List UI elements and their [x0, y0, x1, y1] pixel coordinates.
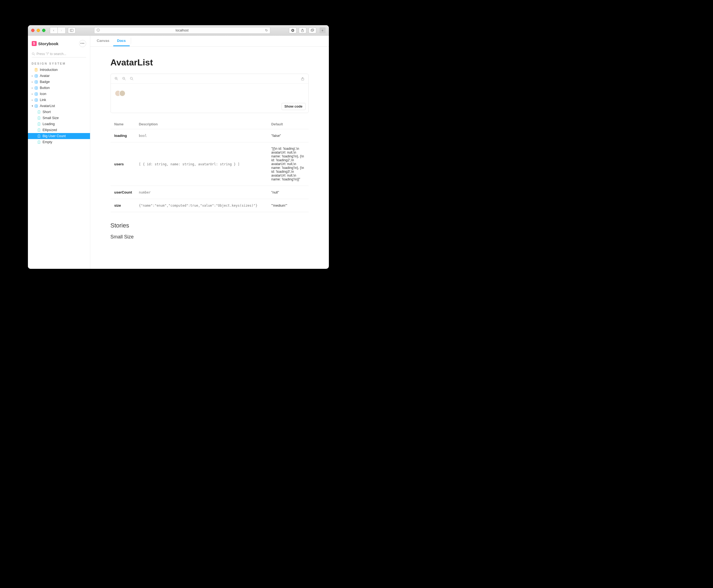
share-button[interactable]: [299, 27, 306, 34]
preview-toolbar: [111, 74, 308, 84]
window-close-button[interactable]: [31, 29, 35, 32]
nav-story-empty[interactable]: Empty: [28, 139, 90, 145]
caret-icon: ▸: [32, 99, 34, 101]
logo-badge-icon: S: [32, 41, 37, 46]
svg-rect-6: [311, 29, 313, 31]
story-icon: [37, 122, 41, 126]
site-info-icon: i: [96, 28, 100, 32]
zoom-in-icon[interactable]: [115, 77, 118, 81]
nav-story-small-size[interactable]: Small Size: [28, 115, 90, 121]
caret-icon: ▸: [32, 81, 34, 83]
story-icon: [37, 140, 41, 144]
story-icon: [37, 134, 41, 138]
brand-text: Storybook: [38, 41, 59, 46]
nav-story-big-user-count[interactable]: Big User Count: [28, 133, 90, 139]
component-icon: [35, 74, 38, 78]
window-maximize-button[interactable]: [42, 29, 45, 32]
new-tab-button[interactable]: +: [320, 27, 326, 34]
stories-heading: Stories: [110, 222, 309, 229]
sidebar-menu-button[interactable]: •••: [79, 40, 86, 47]
svg-point-39: [130, 77, 132, 79]
preview-footer: Show code: [111, 101, 308, 113]
search-placeholder: Press "/" to search...: [37, 52, 66, 56]
svg-rect-0: [70, 29, 73, 31]
preview-body: [111, 84, 308, 101]
component-icon: [35, 92, 38, 96]
search-input[interactable]: Press "/" to search...: [32, 50, 86, 58]
avatar: [119, 90, 126, 97]
zoom-out-icon[interactable]: [122, 77, 126, 81]
caret-icon: ▸: [32, 92, 34, 95]
props-table: Name Description Default loading bool "f…: [110, 120, 309, 212]
storybook-app: S Storybook ••• Press "/" to search... D…: [28, 36, 329, 269]
col-default: Default: [267, 120, 309, 129]
logo: S Storybook: [32, 41, 59, 46]
component-icon: [35, 80, 38, 84]
caret-down-icon: ▾: [32, 105, 34, 107]
open-in-new-icon[interactable]: [301, 77, 304, 81]
nav-item-badge[interactable]: ▸ Badge: [28, 79, 90, 85]
nav-tree: Introduction ▸ Avatar ▸ Badge ▸ Button: [28, 67, 90, 145]
story-icon: [37, 128, 41, 132]
downloads-button[interactable]: [289, 27, 297, 34]
window-minimize-button[interactable]: [37, 29, 40, 32]
col-description: Description: [135, 120, 267, 129]
story-icon: [37, 110, 41, 114]
component-icon: [35, 98, 38, 102]
svg-point-8: [32, 52, 34, 55]
nav-item-icon[interactable]: ▸ Icon: [28, 91, 90, 97]
toolbar-right: +: [289, 27, 326, 34]
tab-separator: [131, 38, 131, 44]
avatar-list-preview: [115, 90, 126, 97]
table-header-row: Name Description Default: [110, 120, 309, 129]
reload-icon[interactable]: ↻: [265, 28, 268, 32]
address-text: localhost: [176, 28, 189, 32]
caret-icon: ▸: [32, 86, 34, 89]
tabs-button[interactable]: [309, 27, 316, 34]
browser-toolbar: ‹ › i localhost ↻ +: [28, 25, 329, 36]
table-row: users [ { id: string, name: string, avat…: [110, 142, 309, 186]
nav-story-loading[interactable]: Loading: [28, 121, 90, 127]
forward-button[interactable]: ›: [58, 27, 65, 34]
nav-item-avatarlist[interactable]: ▾ AvatarList: [28, 103, 90, 109]
preview-card: Show code: [110, 74, 309, 113]
nav-item-button[interactable]: ▸ Button: [28, 85, 90, 91]
tab-canvas[interactable]: Canvas: [93, 36, 113, 46]
zoom-reset-icon[interactable]: [130, 77, 134, 81]
view-tabs: Canvas Docs: [90, 36, 329, 46]
page-title: AvatarList: [110, 58, 309, 68]
main-panel: Canvas Docs AvatarList: [90, 36, 329, 269]
story-icon: [37, 116, 41, 120]
caret-icon: ▸: [32, 75, 34, 77]
story-heading-small-size: Small Size: [110, 234, 309, 240]
col-name: Name: [110, 120, 135, 129]
tab-docs[interactable]: Docs: [113, 36, 130, 46]
nav-item-introduction[interactable]: Introduction: [28, 67, 90, 73]
svg-rect-7: [311, 29, 314, 31]
svg-text:i: i: [98, 29, 99, 31]
table-row: userCount number "null": [110, 186, 309, 199]
section-label: DESIGN SYSTEM: [28, 61, 90, 67]
sidebar-toggle-button[interactable]: [68, 27, 75, 34]
svg-line-37: [125, 79, 126, 80]
table-row: size {"name":"enum","computed":true,"val…: [110, 199, 309, 212]
sidebar-header: S Storybook •••: [28, 38, 90, 50]
show-code-button[interactable]: Show code: [282, 103, 306, 110]
nav-item-avatar[interactable]: ▸ Avatar: [28, 73, 90, 79]
component-icon: [35, 104, 38, 108]
nav-story-short[interactable]: Short: [28, 109, 90, 115]
safari-window: ‹ › i localhost ↻ +: [28, 25, 329, 269]
nav-story-ellipsized[interactable]: Ellipsized: [28, 127, 90, 133]
svg-line-9: [34, 55, 35, 55]
svg-line-40: [132, 79, 133, 80]
back-button[interactable]: ‹: [50, 27, 58, 34]
search-icon: [32, 52, 35, 56]
svg-line-33: [117, 79, 118, 80]
nav-item-link[interactable]: ▸ Link: [28, 97, 90, 103]
component-icon: [35, 86, 38, 90]
docs-content[interactable]: AvatarList: [90, 46, 329, 269]
doc-icon: [35, 68, 38, 72]
traffic-lights: [31, 29, 45, 32]
table-row: loading bool "false": [110, 129, 309, 142]
address-bar[interactable]: i localhost ↻: [94, 27, 270, 34]
